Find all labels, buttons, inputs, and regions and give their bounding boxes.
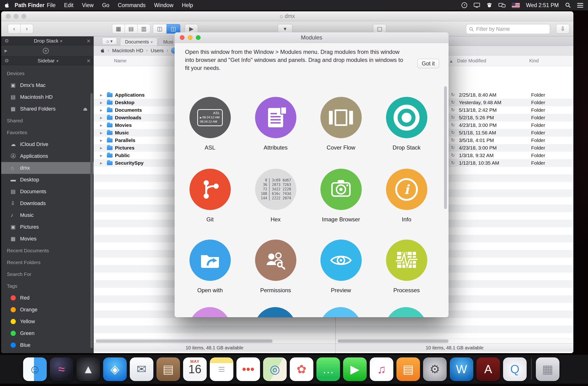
disclosure-icon[interactable] bbox=[4, 48, 7, 53]
sidebar-item-favorite[interactable]: ▤ Documents bbox=[1, 186, 94, 198]
module-hex[interactable]: 03c69 6d67362073 7263723d22 2220108616c … bbox=[243, 169, 308, 223]
dock-icon[interactable]: ≡ bbox=[210, 357, 233, 381]
module-drop-stack[interactable]: Drop Stack bbox=[374, 97, 439, 151]
disclosure-icon[interactable] bbox=[100, 123, 107, 127]
sidebar-item-favorite[interactable]: Ⓐ Applications bbox=[1, 150, 94, 162]
dialog-zoom-button[interactable] bbox=[196, 35, 201, 40]
dock-icon[interactable]: ☺ bbox=[23, 357, 47, 381]
disclosure-icon[interactable] bbox=[100, 108, 107, 112]
apple-menu-icon[interactable] bbox=[5, 2, 9, 8]
menu-item[interactable]: File bbox=[47, 2, 56, 8]
disclosure-icon[interactable] bbox=[100, 131, 107, 135]
dock-icon[interactable]: ▤ bbox=[156, 357, 180, 381]
dialog-scrollbar[interactable] bbox=[444, 86, 447, 209]
sidebar-item-favorite[interactable]: ⌂ dmx bbox=[1, 162, 94, 174]
info-page-button[interactable]: ▢ bbox=[373, 24, 386, 34]
dock-icon[interactable]: MAY 16 bbox=[183, 357, 207, 381]
module-git[interactable]: Git bbox=[177, 169, 243, 223]
sidebar-item-device[interactable]: ▤ Macintosh HD bbox=[1, 91, 94, 103]
module-icon-partial[interactable] bbox=[189, 307, 231, 317]
view-options-dropdown[interactable]: ▾ bbox=[278, 24, 292, 34]
filter-input[interactable] bbox=[466, 24, 550, 34]
breadcrumb-root[interactable] bbox=[101, 47, 112, 54]
sidebar-item-favorite[interactable]: ⇩ Downloads bbox=[1, 198, 94, 209]
disclosure-icon[interactable] bbox=[100, 161, 107, 165]
dock-icon[interactable]: ⚙ bbox=[423, 357, 447, 381]
dock-trash[interactable]: ▦ bbox=[536, 357, 559, 381]
menu-item[interactable]: Commands bbox=[118, 2, 146, 8]
dock-icon[interactable]: Q bbox=[503, 357, 527, 381]
window-minimize-button[interactable] bbox=[14, 14, 18, 19]
home-tab-button[interactable]: ⌂ ▾ bbox=[102, 38, 117, 45]
notification-center-icon[interactable] bbox=[577, 3, 583, 4]
column-header-name[interactable]: Name bbox=[114, 58, 126, 64]
sidebar-item-favorite[interactable]: ☁ iCloud Drive bbox=[1, 138, 94, 150]
sidebar-item-favorite[interactable]: ▦ Movies bbox=[1, 233, 94, 245]
drop-stack-header[interactable]: Drop Stack bbox=[1, 36, 94, 45]
module-image-browser[interactable]: Image Browser bbox=[308, 169, 374, 223]
dock-icon[interactable]: ▲ bbox=[76, 357, 100, 381]
dock-icon[interactable]: ◎ bbox=[263, 357, 287, 381]
spotlight-search-icon[interactable] bbox=[565, 2, 571, 8]
sidebar-section-title[interactable]: Recent Documents bbox=[1, 245, 94, 256]
dock-icon[interactable]: ▶ bbox=[343, 357, 367, 381]
disclosure-icon[interactable] bbox=[100, 146, 107, 150]
menu-item[interactable]: Go bbox=[102, 2, 109, 8]
scrollbar-thumb[interactable] bbox=[96, 340, 273, 343]
dock-icon[interactable]: A bbox=[476, 357, 500, 381]
menu-item[interactable]: Edit bbox=[64, 2, 74, 8]
gear-icon[interactable] bbox=[4, 58, 9, 64]
module-open-with[interactable]: Open with bbox=[177, 240, 243, 294]
disclosure-icon[interactable] bbox=[100, 138, 107, 142]
sidebar-item-tag[interactable]: Purple bbox=[1, 351, 94, 353]
sidebar-item-tag[interactable]: Blue bbox=[1, 339, 94, 351]
disclosure-icon[interactable] bbox=[100, 115, 107, 120]
gear-icon[interactable] bbox=[4, 38, 9, 44]
horizontal-scrollbar[interactable] bbox=[94, 338, 335, 343]
got-it-button[interactable]: Got it bbox=[417, 59, 439, 68]
dock-icon[interactable]: ≈ bbox=[50, 357, 73, 381]
eject-icon[interactable]: ⏏ bbox=[83, 106, 87, 112]
dock-icon[interactable]: ••• bbox=[236, 357, 260, 381]
close-icon[interactable] bbox=[87, 38, 90, 44]
sidebar-item-favorite[interactable]: ♪ Music bbox=[1, 209, 94, 221]
disclosure-icon[interactable] bbox=[100, 100, 107, 105]
forward-button[interactable]: › bbox=[21, 24, 33, 34]
location-icon[interactable] bbox=[461, 2, 467, 8]
horizontal-scrollbar[interactable] bbox=[336, 338, 573, 343]
module-processes[interactable]: Processes bbox=[374, 240, 439, 294]
menu-item[interactable]: Window bbox=[154, 2, 173, 8]
module-preview[interactable]: Preview bbox=[308, 240, 374, 294]
module-icon-partial[interactable] bbox=[255, 307, 296, 317]
sidebar-item-tag[interactable]: Green bbox=[1, 327, 94, 339]
list-view-button[interactable]: ▤ bbox=[125, 24, 138, 34]
module-cover-flow[interactable]: Cover Flow bbox=[308, 97, 374, 151]
sidebar-item-device[interactable]: ▦ Shared Folders ⏏ bbox=[1, 103, 94, 115]
module-permissions[interactable]: Permissions bbox=[243, 240, 308, 294]
breadcrumb[interactable]: Users bbox=[151, 47, 171, 54]
modules-title-bar[interactable]: Modules bbox=[175, 32, 449, 43]
back-button[interactable]: ‹ bbox=[8, 24, 21, 34]
module-icon-partial[interactable] bbox=[385, 307, 427, 317]
column-view-button[interactable]: ▥ bbox=[138, 24, 150, 34]
drop-stack-zone[interactable] bbox=[1, 45, 94, 56]
display-icon[interactable] bbox=[474, 2, 480, 8]
column-header-date-modified[interactable]: Date Modified bbox=[457, 58, 486, 64]
single-pane-button[interactable]: ◫ bbox=[153, 24, 167, 34]
window-title-bar[interactable]: ⌂ dmx bbox=[1, 11, 573, 21]
sidebar-item-favorite[interactable]: ▣ Pictures bbox=[1, 221, 94, 233]
dock-icon[interactable]: ▤ bbox=[396, 357, 420, 381]
dock-icon[interactable]: ✉ bbox=[130, 357, 153, 381]
dock-icon[interactable]: … bbox=[316, 357, 340, 381]
sidebar-panel-header[interactable]: Sidebar bbox=[1, 56, 94, 65]
menu-item[interactable]: View bbox=[82, 2, 93, 8]
window-close-button[interactable] bbox=[6, 14, 11, 19]
dock-icon[interactable]: ✿ bbox=[290, 357, 313, 381]
paw-icon[interactable] bbox=[486, 2, 492, 8]
column-header-kind[interactable]: Kind bbox=[529, 58, 539, 64]
dock-icon[interactable]: ♫ bbox=[370, 357, 393, 381]
sidebar-section-title[interactable]: Search For bbox=[1, 268, 94, 280]
icon-view-button[interactable]: ▦ bbox=[112, 24, 125, 34]
menu-clock[interactable]: Wed 2:51 PM bbox=[526, 2, 559, 8]
scrollbar-thumb[interactable] bbox=[338, 340, 449, 343]
